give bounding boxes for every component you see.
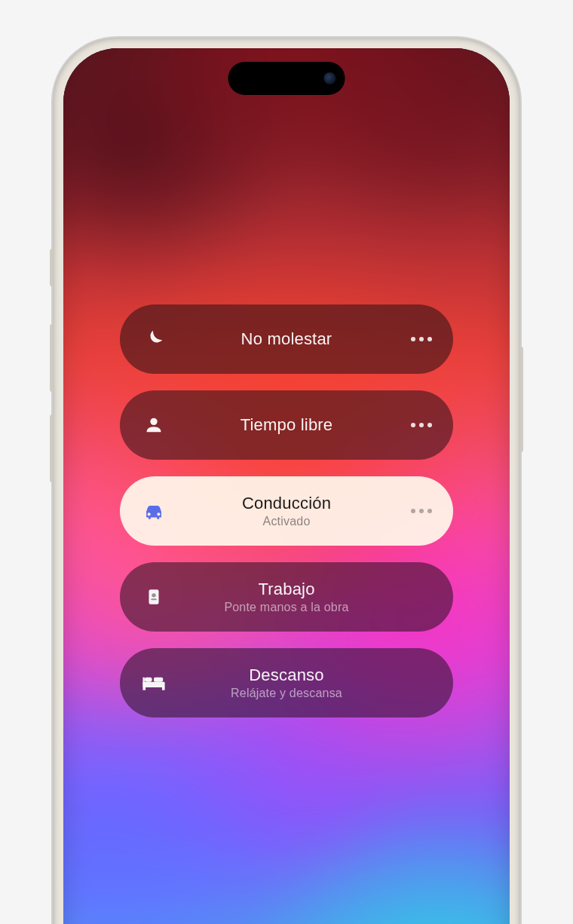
svg-rect-6 bbox=[162, 687, 165, 690]
svg-rect-9 bbox=[142, 678, 144, 687]
focus-item-work[interactable]: Trabajo Ponte manos a la obra bbox=[120, 562, 453, 632]
focus-mode-list: No molestar Tiempo libre bbox=[63, 304, 510, 717]
svg-rect-8 bbox=[154, 678, 163, 682]
screen: No molestar Tiempo libre bbox=[63, 48, 510, 924]
more-icon[interactable] bbox=[379, 509, 432, 513]
focus-sublabel: Ponte manos a la obra bbox=[194, 601, 379, 614]
more-icon[interactable] bbox=[379, 337, 432, 341]
svg-rect-4 bbox=[142, 682, 164, 687]
svg-point-2 bbox=[152, 593, 155, 597]
badge-icon bbox=[141, 584, 167, 610]
focus-label: Descanso bbox=[194, 665, 379, 685]
power-button bbox=[520, 347, 523, 452]
focus-text: No molestar bbox=[194, 329, 379, 349]
more-icon[interactable] bbox=[379, 423, 432, 427]
svg-rect-3 bbox=[151, 598, 157, 600]
focus-item-sleep[interactable]: Descanso Relájate y descansa bbox=[120, 648, 453, 717]
focus-item-driving[interactable]: Conducción Activado bbox=[120, 476, 453, 546]
dynamic-island bbox=[228, 62, 345, 95]
focus-text: Descanso Relájate y descansa bbox=[194, 665, 379, 700]
focus-label: Trabajo bbox=[194, 580, 379, 599]
svg-point-0 bbox=[150, 418, 157, 425]
iphone-frame: No molestar Tiempo libre bbox=[53, 38, 520, 924]
bed-icon bbox=[141, 670, 167, 696]
focus-item-do-not-disturb[interactable]: No molestar bbox=[120, 304, 453, 374]
focus-label: No molestar bbox=[194, 329, 379, 349]
focus-text: Tiempo libre bbox=[194, 415, 379, 435]
moon-icon bbox=[141, 326, 167, 352]
focus-sublabel: Activado bbox=[194, 515, 379, 528]
focus-text: Conducción Activado bbox=[194, 494, 379, 528]
person-icon bbox=[141, 412, 167, 438]
svg-rect-5 bbox=[142, 687, 146, 690]
focus-label: Conducción bbox=[194, 494, 379, 513]
focus-text: Trabajo Ponte manos a la obra bbox=[194, 580, 379, 614]
front-camera bbox=[324, 72, 336, 84]
focus-label: Tiempo libre bbox=[194, 415, 379, 435]
svg-rect-7 bbox=[145, 678, 152, 682]
focus-sublabel: Relájate y descansa bbox=[194, 687, 379, 700]
focus-item-personal[interactable]: Tiempo libre bbox=[120, 390, 453, 460]
car-icon bbox=[141, 498, 167, 524]
